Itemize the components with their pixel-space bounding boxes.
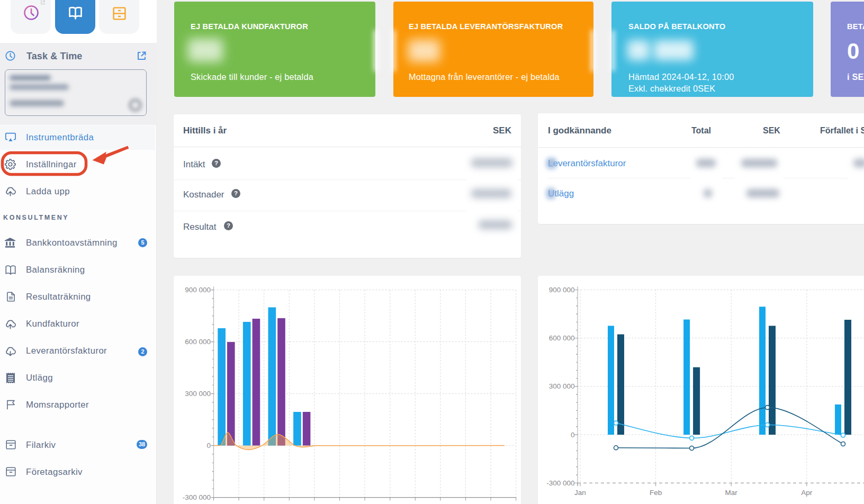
svg-text:600 000: 600 000	[185, 338, 211, 346]
svg-text:0: 0	[571, 431, 575, 439]
svg-text:Feb: Feb	[650, 489, 662, 497]
svg-text:900 000: 900 000	[185, 286, 211, 294]
svg-text:Mar: Mar	[725, 489, 738, 497]
svg-text:300 000: 300 000	[185, 390, 211, 398]
svg-text:600 000: 600 000	[549, 334, 575, 342]
svg-text:Apr: Apr	[801, 489, 813, 497]
svg-text:300 000: 300 000	[549, 382, 575, 390]
svg-text:-300 000: -300 000	[546, 479, 574, 487]
svg-text:Jan: Jan	[574, 489, 586, 497]
svg-text:-300 000: -300 000	[183, 493, 211, 501]
svg-text:900 000: 900 000	[549, 286, 575, 294]
svg-text:0: 0	[206, 442, 211, 449]
